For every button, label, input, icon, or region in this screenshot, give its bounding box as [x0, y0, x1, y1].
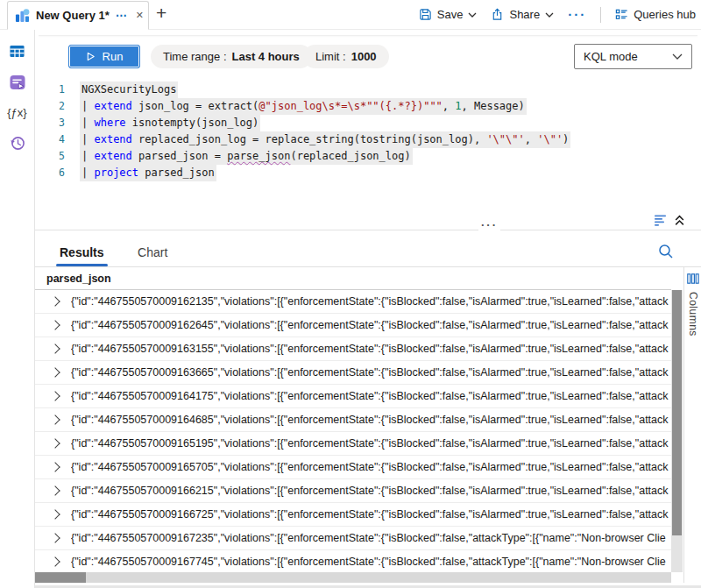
expand-chevron-icon[interactable]: [50, 344, 60, 353]
line-number: 2: [35, 98, 80, 115]
collapse-editor-icon[interactable]: [674, 215, 685, 226]
share-label: Share: [509, 8, 540, 21]
row-json-text: {"id":"4467550570009162135","violations"…: [71, 295, 671, 308]
table-row[interactable]: {"id":"4467550570009166725","violations"…: [35, 503, 671, 527]
code-text: | extend json_log = extract(@"json_log\s…: [80, 98, 527, 115]
results-tab-strip: Results Chart: [35, 244, 167, 267]
row-json-text: {"id":"4467550570009163665","violations"…: [71, 366, 671, 379]
saved-scripts-icon[interactable]: [9, 74, 26, 91]
chevron-down-icon: [672, 53, 683, 60]
column-header-parsed-json[interactable]: parsed_json: [35, 267, 671, 290]
line-number: 3: [35, 115, 80, 131]
run-button[interactable]: Run: [68, 45, 140, 68]
code-line[interactable]: 5| extend parsed_json = parse_json(repla…: [35, 148, 701, 165]
time-range-label: Time range :: [163, 50, 227, 63]
row-json-text: {"id":"4467550570009164175","violations"…: [71, 390, 671, 402]
queries-hub-button[interactable]: Queries hub: [615, 8, 696, 21]
vertical-scrollbar[interactable]: [671, 290, 683, 572]
code-line[interactable]: 1NGXSecurityLogs: [35, 81, 701, 98]
chevron-down-icon: [468, 12, 477, 18]
share-button[interactable]: Share: [491, 8, 554, 21]
columns-panel-label: Columns: [687, 292, 699, 337]
columns-panel-strip[interactable]: Columns: [683, 267, 701, 583]
top-actions: Save Share ···: [419, 0, 696, 29]
code-text: | extend parsed_json = parse_json(replac…: [80, 148, 413, 165]
columns-icon[interactable]: [687, 273, 699, 284]
table-row[interactable]: {"id":"4467550570009164685","violations"…: [35, 408, 671, 432]
table-explorer-icon[interactable]: [9, 44, 25, 59]
format-lines-icon[interactable]: [654, 215, 668, 226]
tab-more-icon[interactable]: ⋯: [116, 11, 128, 20]
panel-splitter[interactable]: [35, 230, 701, 230]
table-row[interactable]: {"id":"4467550570009162135","violations"…: [35, 290, 671, 314]
tab-title: New Query 1*: [36, 9, 110, 22]
time-range-picker[interactable]: Time range : Last 4 hours: [151, 45, 312, 68]
expand-chevron-icon[interactable]: [50, 462, 60, 471]
history-icon[interactable]: [9, 134, 26, 152]
table-row[interactable]: {"id":"4467550570009164175","violations"…: [35, 385, 671, 408]
query-mode-value: KQL mode: [584, 50, 638, 63]
limit-picker[interactable]: Limit : 1000: [303, 45, 389, 68]
tab-chart[interactable]: Chart: [138, 245, 167, 266]
code-line[interactable]: 6| project parsed_json: [35, 165, 701, 181]
row-json-text: {"id":"4467550570009166215","violations"…: [71, 485, 671, 497]
expand-chevron-icon[interactable]: [50, 320, 60, 329]
code-line[interactable]: 4| extend replaced_json_log = replace_st…: [35, 131, 701, 148]
expand-chevron-icon[interactable]: [50, 296, 60, 306]
table-row[interactable]: {"id":"4467550570009165705","violations"…: [35, 456, 671, 479]
expand-chevron-icon[interactable]: [50, 485, 60, 495]
query-tab[interactable]: New Query 1* ⋯ ✕: [7, 1, 149, 30]
save-button[interactable]: Save: [419, 8, 478, 21]
table-row[interactable]: {"id":"4467550570009163665","violations"…: [35, 361, 671, 385]
table-row[interactable]: {"id":"4467550570009166215","violations"…: [35, 479, 671, 503]
code-text: NGXSecurityLogs: [80, 81, 178, 98]
functions-icon[interactable]: {ƒx}: [7, 106, 26, 119]
query-mode-dropdown[interactable]: KQL mode: [574, 44, 692, 69]
expand-chevron-icon[interactable]: [50, 391, 60, 400]
query-editor[interactable]: 1NGXSecurityLogs2| extend json_log = ext…: [35, 81, 701, 215]
code-text: | where isnotempty(json_log): [80, 115, 260, 131]
tab-results[interactable]: Results: [60, 245, 104, 266]
expand-chevron-icon[interactable]: [50, 414, 60, 424]
chevron-down-icon: [545, 12, 554, 18]
table-row[interactable]: {"id":"4467550570009163155","violations"…: [35, 337, 671, 361]
search-icon[interactable]: [657, 243, 675, 260]
row-json-text: {"id":"4467550570009166725","violations"…: [71, 508, 671, 521]
expand-chevron-icon[interactable]: [50, 509, 60, 519]
line-number: 1: [35, 81, 80, 98]
expand-chevron-icon[interactable]: [50, 367, 60, 377]
splitter-handle[interactable]: ···: [478, 219, 500, 230]
line-number: 4: [35, 131, 80, 148]
table-row[interactable]: {"id":"4467550570009162645","violations"…: [35, 314, 671, 337]
adx-query-icon: [15, 8, 30, 23]
limit-value: 1000: [351, 50, 377, 63]
line-number: 5: [35, 148, 80, 165]
code-line[interactable]: 2| extend json_log = extract(@"json_log\…: [35, 98, 701, 115]
query-panel-top-edge: [39, 35, 697, 36]
line-number: 6: [35, 165, 80, 181]
editor-tools: [654, 215, 685, 226]
expand-chevron-icon[interactable]: [50, 438, 60, 448]
table-row[interactable]: {"id":"4467550570009165195","violations"…: [35, 432, 671, 456]
horizontal-scrollbar-thumb[interactable]: [35, 572, 86, 583]
code-text: | project parsed_json: [80, 165, 216, 181]
horizontal-scrollbar[interactable]: [35, 572, 671, 583]
row-json-text: {"id":"4467550570009164685","violations"…: [71, 414, 671, 426]
more-actions-button[interactable]: ···: [568, 7, 586, 22]
new-tab-button[interactable]: +: [156, 3, 166, 24]
app-window: New Query 1* ⋯ ✕ + Save: [0, 0, 701, 588]
table-row[interactable]: {"id":"4467550570009167235","violations"…: [35, 527, 671, 550]
vertical-scrollbar-thumb[interactable]: [672, 290, 682, 535]
expand-chevron-icon[interactable]: [50, 556, 60, 566]
actions-divider: [600, 7, 601, 23]
tab-close-icon[interactable]: ✕: [136, 10, 144, 21]
share-icon: [491, 8, 504, 21]
left-sidebar: {ƒx}: [0, 30, 35, 588]
expand-chevron-icon[interactable]: [50, 533, 60, 542]
tab-bar: New Query 1* ⋯ ✕ + Save: [0, 0, 701, 30]
time-range-value: Last 4 hours: [232, 50, 300, 63]
code-line[interactable]: 3| where isnotempty(json_log): [35, 115, 701, 131]
run-label: Run: [103, 50, 124, 63]
row-json-text: {"id":"4467550570009165195","violations"…: [71, 437, 671, 450]
table-row[interactable]: {"id":"4467550570009167745","violations"…: [35, 550, 671, 572]
